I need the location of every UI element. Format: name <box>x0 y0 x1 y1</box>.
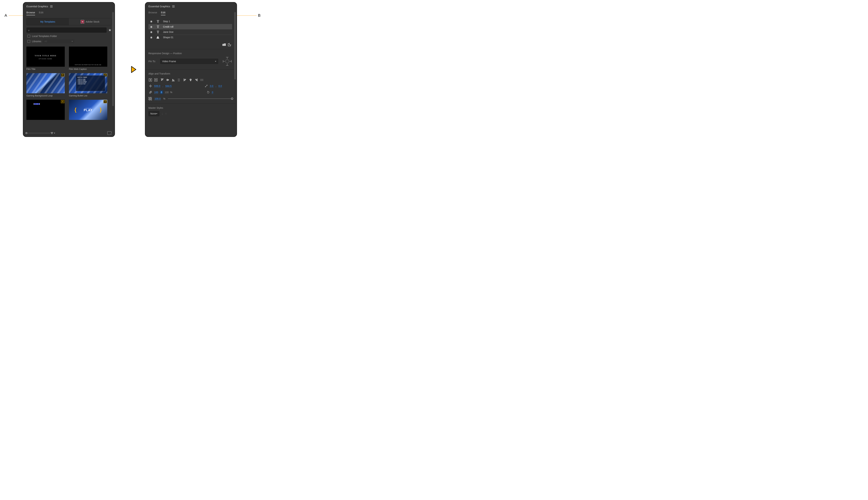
chevron-down-icon <box>156 113 157 114</box>
new-group-button[interactable] <box>222 43 226 46</box>
shape-layer-icon <box>155 35 161 39</box>
bracket-icon: { <box>74 107 77 113</box>
svg-rect-12 <box>155 80 156 80</box>
rotation-value[interactable]: 0 <box>212 91 213 94</box>
svg-rect-36 <box>203 79 203 81</box>
visibility-toggle-icon[interactable]: ◉ <box>150 36 153 39</box>
push-style-up-button[interactable]: ↑ <box>165 112 167 115</box>
svg-rect-23 <box>178 80 180 80</box>
svg-rect-14 <box>161 79 162 81</box>
thumb-text: EPISODE NAME <box>26 58 65 59</box>
svg-rect-24 <box>178 81 180 81</box>
visibility-toggle-icon[interactable]: ◉ <box>150 20 153 23</box>
svg-rect-28 <box>190 79 191 81</box>
panel-title: Essential Graphics <box>26 5 48 8</box>
layer-row[interactable]: ◉ Shape 01 <box>149 35 232 40</box>
visibility-toggle-icon[interactable]: ◉ <box>150 31 153 34</box>
template-thumbnail: T { } LEAGUE PLAY <box>69 100 107 120</box>
svg-rect-34 <box>200 79 201 81</box>
template-grid: YOUR TITLE HERE EPISODE NAME Film Title … <box>26 47 112 120</box>
mogrt-badge-icon: T <box>61 100 64 103</box>
master-style-dropdown[interactable]: None <box>149 111 160 116</box>
align-bottom-icon[interactable] <box>171 78 175 82</box>
template-item[interactable]: T MATCH TIMES • MATCH ONE • MATCH TWO • … <box>69 73 107 97</box>
panel-menu-icon[interactable] <box>172 5 175 8</box>
callout-a-label: A <box>4 13 7 18</box>
local-templates-checkbox[interactable] <box>27 35 30 37</box>
anchor-x-value[interactable]: 0.0 <box>210 84 213 88</box>
layer-row[interactable]: ◉ T Step 1 <box>149 19 232 24</box>
svg-rect-19 <box>172 81 175 81</box>
panel-scrollbar[interactable] <box>234 12 236 135</box>
sort-filter-button[interactable] <box>51 132 55 134</box>
essential-graphics-panel-edit: Essential Graphics Browse Edit ◉ T Step … <box>145 2 237 137</box>
source-adobe-stock[interactable]: St Adobe Stock <box>69 18 111 25</box>
template-thumbnail: T <box>26 73 65 93</box>
chevron-down-icon <box>54 133 55 134</box>
svg-rect-22 <box>178 79 180 79</box>
essential-graphics-panel-browse: Essential Graphics Browse Edit My Templa… <box>23 2 115 137</box>
visibility-toggle-icon[interactable]: ◉ <box>150 25 153 28</box>
new-layer-button[interactable] <box>228 43 231 46</box>
push-style-down-button[interactable]: ↓ <box>162 112 163 115</box>
align-hcenter-icon[interactable] <box>189 78 192 82</box>
tab-browse[interactable]: Browse <box>26 11 35 15</box>
master-styles-title: Master Styles <box>149 106 232 109</box>
tab-edit[interactable]: Edit <box>39 11 43 15</box>
text-layer-icon: T <box>155 25 161 29</box>
svg-rect-15 <box>162 79 163 80</box>
template-item[interactable]: T { } LEAGUE PLAY <box>69 100 107 120</box>
text-layer-icon: T <box>155 20 161 23</box>
opacity-value[interactable]: 100.0 <box>154 97 161 100</box>
search-input[interactable]: ⌕ <box>26 27 107 33</box>
scale-h-value[interactable]: 100 <box>165 91 168 94</box>
scale-w-value[interactable]: 100 <box>154 91 158 94</box>
pin-edges-widget[interactable] <box>222 56 232 66</box>
layer-row[interactable]: ◉ T Jane Doe <box>149 29 232 35</box>
position-y-value[interactable]: 644.5 <box>165 84 172 88</box>
align-top-icon[interactable] <box>160 78 164 82</box>
new-folder-button[interactable] <box>107 131 112 135</box>
panel-scrollbar[interactable] <box>112 12 114 129</box>
position-x-value[interactable]: 939.0 <box>154 84 161 88</box>
template-item[interactable]: T Gaming Background Loop <box>26 73 65 97</box>
template-item[interactable]: Captions and Subtitles for online use Fi… <box>69 47 107 70</box>
favorites-filter-icon[interactable]: ★ <box>108 28 112 32</box>
play-separator-icon <box>131 66 137 73</box>
template-item[interactable]: T LIVE <box>26 100 65 120</box>
layer-name: Jane Doe <box>163 31 231 33</box>
rotation-icon <box>206 91 210 94</box>
align-right-icon[interactable] <box>194 78 198 82</box>
distribute-h-icon[interactable] <box>200 78 204 82</box>
align-vcenter-icon[interactable] <box>166 78 169 82</box>
panel-title: Essential Graphics <box>149 5 170 8</box>
anchor-y-value[interactable]: 0.0 <box>219 84 222 88</box>
constrain-proportions-toggle[interactable] <box>160 90 163 94</box>
align-hcenter-selection-icon[interactable] <box>149 78 152 82</box>
panel-menu-icon[interactable] <box>50 5 52 8</box>
svg-rect-27 <box>184 80 185 81</box>
adobe-stock-icon: St <box>81 20 84 23</box>
svg-rect-25 <box>184 79 184 81</box>
thumbnail-zoom-slider[interactable] <box>26 132 51 134</box>
svg-rect-16 <box>166 80 169 80</box>
libraries-checkbox[interactable] <box>27 40 30 43</box>
template-thumbnail: Captions and Subtitles for online use <box>69 47 107 67</box>
align-left-icon[interactable] <box>183 78 187 82</box>
thumb-text: MATCH TIMES • MATCH ONE • MATCH TWO • MA… <box>76 75 105 91</box>
tab-edit[interactable]: Edit <box>161 11 165 15</box>
position-icon <box>149 84 153 88</box>
pin-to-dropdown[interactable]: Video Frame <box>160 59 218 64</box>
layer-row[interactable]: ◉ T Credit roll <box>149 24 232 29</box>
svg-rect-39 <box>150 92 151 93</box>
svg-rect-32 <box>195 79 197 80</box>
opacity-slider[interactable] <box>168 98 232 100</box>
svg-rect-33 <box>196 80 197 81</box>
libraries-dropdown[interactable]: All <box>43 39 74 43</box>
align-vcenter-selection-icon[interactable] <box>154 78 158 82</box>
source-my-templates[interactable]: My Templates <box>26 18 69 25</box>
template-item[interactable]: YOUR TITLE HERE EPISODE NAME Film Title <box>26 47 65 70</box>
tab-browse[interactable]: Browse <box>149 11 157 15</box>
distribute-v-icon[interactable] <box>177 78 181 82</box>
align-section-title: Align and Transform <box>149 72 232 75</box>
